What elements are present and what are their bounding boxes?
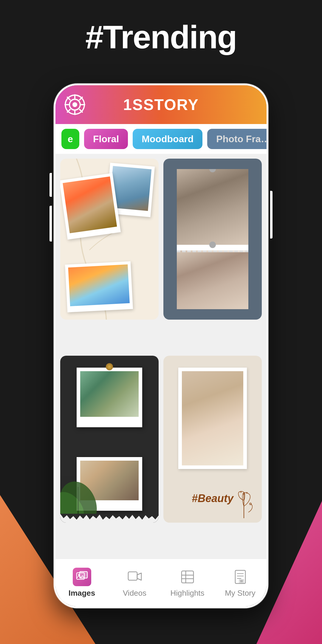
nav-item-images[interactable]: Images: [55, 568, 108, 598]
nav-label-mystory: My Story: [225, 589, 256, 598]
app-logo-icon[interactable]: [64, 94, 85, 115]
bottom-navigation: Images Videos: [55, 559, 267, 606]
svg-point-16: [246, 492, 248, 494]
nav-label-images: Images: [69, 589, 95, 598]
torn-edge: [60, 514, 159, 523]
polaroid-center: [60, 173, 121, 239]
beauty-photo-frame: [178, 368, 247, 469]
svg-rect-23: [182, 571, 193, 583]
polaroid-bottom: [65, 261, 133, 312]
trending-title: #Trending: [0, 18, 322, 56]
beauty-hashtag: #Beauty: [192, 492, 233, 505]
tab-floral[interactable]: Floral: [84, 129, 128, 149]
phone-screen: 1SSTORY e Floral Moodboard Photo Fra…: [55, 85, 267, 606]
phone-button-left-1: [49, 173, 52, 197]
images-icon: [73, 568, 91, 586]
phone-button-left-2: [49, 206, 52, 242]
tab-e[interactable]: e: [61, 129, 79, 149]
template-card-4[interactable]: #Beauty: [163, 356, 262, 523]
nav-item-highlights[interactable]: Highlights: [161, 568, 214, 598]
tab-photoframe[interactable]: Photo Fra…: [207, 129, 267, 149]
template-card-1[interactable]: [60, 159, 159, 320]
app-header: 1SSTORY: [55, 85, 267, 124]
nav-label-videos: Videos: [123, 589, 146, 598]
svg-rect-22: [128, 572, 137, 580]
template-card-2[interactable]: [163, 159, 262, 320]
nav-item-videos[interactable]: Videos: [108, 568, 161, 598]
app-title: 1SSTORY: [123, 96, 199, 114]
svg-point-17: [240, 491, 242, 493]
phone-button-right: [270, 191, 273, 239]
videos-icon: [126, 568, 144, 586]
floral-decoration: [232, 488, 256, 518]
svg-point-21: [78, 574, 79, 576]
phone-frame: 1SSTORY e Floral Moodboard Photo Fra…: [54, 83, 268, 608]
nav-item-mystory[interactable]: W My Story: [214, 568, 267, 598]
film-pin-mid: [209, 242, 216, 248]
film-photo-bottom: [177, 250, 248, 309]
film-photo-top: [177, 169, 248, 245]
svg-point-15: [243, 493, 245, 495]
svg-point-2: [72, 102, 77, 107]
highlights-icon: [178, 568, 197, 586]
filter-tabs-bar: e Floral Moodboard Photo Fra…: [55, 124, 267, 154]
tape-photo-top: [77, 368, 142, 427]
pin-top: [106, 363, 113, 370]
nav-label-highlights: Highlights: [170, 589, 204, 598]
template-grid: #Beauty: [55, 154, 267, 559]
film-strip-container: [177, 169, 248, 309]
mystory-icon: W: [231, 568, 250, 586]
tab-moodboard[interactable]: Moodboard: [133, 129, 202, 149]
svg-text:W: W: [240, 580, 243, 583]
template-card-3[interactable]: [60, 356, 159, 523]
